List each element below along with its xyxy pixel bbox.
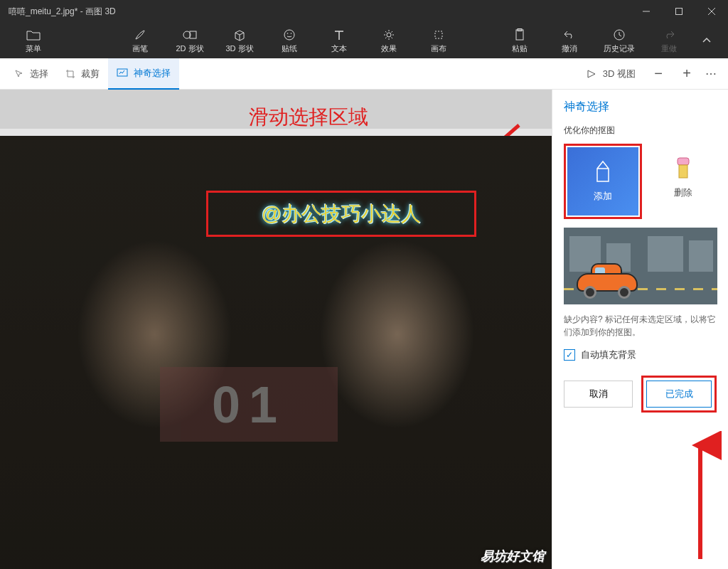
annotation-done-highlight: 已完成	[641, 376, 717, 413]
add-tool-button[interactable]: 添加	[567, 147, 638, 216]
text-button[interactable]: 文本	[314, 23, 364, 58]
play-icon	[586, 69, 597, 79]
folder-icon	[26, 28, 41, 42]
svg-point-6	[387, 33, 391, 37]
annotation-slide-area: 滑动选择区域	[249, 104, 368, 131]
undo-button[interactable]: 撤消	[545, 23, 594, 58]
panel-subtitle: 优化你的抠图	[564, 124, 717, 137]
side-panel: 神奇选择 优化你的抠图 添加 删除 缺少内容? 标记任何未选定区域，以将它们添加…	[552, 90, 728, 569]
sub-toolbar: 选择 裁剪 神奇选择 3D 视图 − + ⋯	[0, 58, 728, 90]
cube-icon	[233, 28, 246, 42]
magic-select-icon	[117, 68, 128, 78]
watermark-text: @办公技巧小达人	[262, 201, 421, 228]
panel-title: 神奇选择	[564, 100, 717, 115]
background-sign: 01	[160, 367, 338, 442]
annotation-add-highlight: 添加	[564, 144, 642, 219]
svg-rect-0	[676, 9, 682, 15]
svg-point-3	[284, 30, 294, 40]
effects-button[interactable]: 效果	[364, 23, 414, 58]
ribbon: 菜单 画笔 2D 形状 3D 形状 贴纸 文本 效果 画布 粘贴 撤消 历史记录…	[0, 23, 728, 58]
select-tool[interactable]: 选择	[6, 58, 57, 90]
footer-watermark: 易坊好文馆	[481, 548, 545, 565]
remove-tool-button[interactable]: 删除	[649, 144, 717, 212]
svg-rect-8	[516, 30, 523, 40]
3d-shapes-button[interactable]: 3D 形状	[215, 23, 264, 58]
more-button[interactable]: ⋯	[701, 67, 722, 80]
paste-button[interactable]: 粘贴	[495, 23, 545, 58]
annotation-arrow-up-icon	[679, 431, 722, 566]
zoom-out-button[interactable]: −	[644, 60, 673, 88]
hint-text: 缺少内容? 标记任何未选定区域，以将它们添加到你的抠图。	[564, 313, 717, 339]
svg-rect-13	[678, 158, 689, 165]
shapes-2d-icon	[183, 28, 197, 42]
crop-tool[interactable]: 裁剪	[57, 58, 108, 90]
collapse-ribbon-button[interactable]	[694, 37, 719, 44]
brush-icon	[134, 28, 146, 42]
effects-icon	[382, 28, 395, 42]
maximize-button[interactable]	[663, 0, 695, 23]
close-button[interactable]	[695, 0, 728, 23]
svg-point-5	[291, 33, 292, 34]
history-button[interactable]: 历史记录	[594, 23, 644, 58]
svg-point-4	[287, 33, 289, 34]
canvas-button[interactable]: 画布	[414, 23, 464, 58]
2d-shapes-button[interactable]: 2D 形状	[165, 23, 215, 58]
3d-view-button[interactable]: 3D 视图	[577, 58, 644, 90]
canvas-area[interactable]: 滑动选择区域 12 01 @办公技巧小达人 易坊好文馆	[0, 90, 552, 569]
minimize-button[interactable]	[630, 0, 663, 23]
eraser-icon	[675, 156, 691, 181]
stickers-button[interactable]: 贴纸	[264, 23, 314, 58]
cursor-icon	[14, 69, 24, 79]
undo-icon	[563, 28, 576, 42]
magic-select-tool[interactable]: 神奇选择	[108, 58, 179, 90]
check-icon: ✓	[564, 349, 575, 361]
titlebar: 嘻嘻_meitu_2.jpg* - 画图 3D	[0, 0, 728, 23]
menu-button[interactable]: 菜单	[9, 23, 58, 58]
pencil-icon	[593, 160, 613, 184]
svg-rect-11	[117, 69, 127, 76]
autofill-checkbox[interactable]: ✓ 自动填充背景	[564, 349, 717, 361]
crop-icon	[65, 69, 75, 79]
clipboard-icon	[514, 28, 525, 42]
svg-rect-7	[435, 31, 442, 38]
canvas-icon	[432, 28, 445, 42]
brush-button[interactable]: 画笔	[115, 23, 165, 58]
text-icon	[333, 28, 345, 42]
annotation-watermark-box: @办公技巧小达人	[206, 191, 476, 237]
done-button[interactable]: 已完成	[646, 381, 712, 408]
cancel-button[interactable]: 取消	[564, 381, 633, 408]
preview-illustration	[564, 228, 717, 304]
redo-button: 重做	[644, 23, 694, 58]
sticker-icon	[283, 28, 296, 42]
car-icon	[577, 267, 638, 299]
history-icon	[613, 28, 626, 42]
window-title: 嘻嘻_meitu_2.jpg* - 画图 3D	[9, 6, 116, 18]
redo-icon	[663, 28, 675, 42]
zoom-in-button[interactable]: +	[673, 60, 701, 88]
svg-rect-14	[679, 165, 687, 178]
